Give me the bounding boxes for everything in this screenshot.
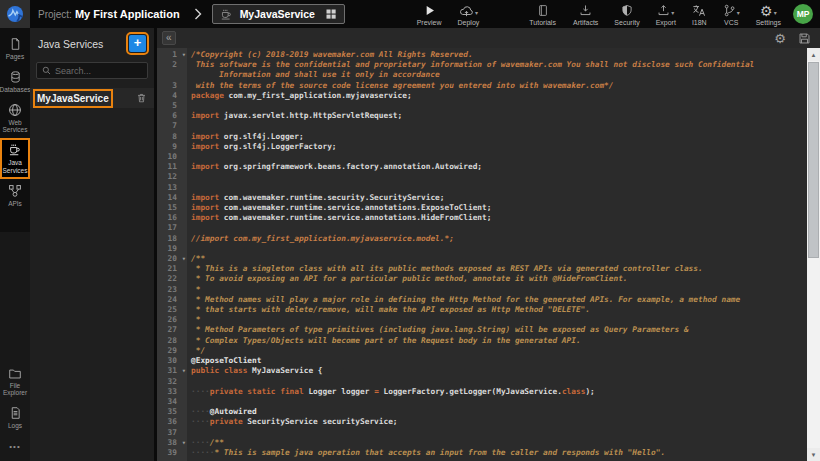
code-text: * that starts with delete/remove, will m… xyxy=(187,305,807,315)
line-number: 10 xyxy=(157,152,187,162)
shield-icon xyxy=(621,4,633,17)
code-line: 5 xyxy=(157,101,807,111)
code-line: 21 * This is a singleton class with all … xyxy=(157,264,807,274)
wavemaker-logo[interactable] xyxy=(0,0,30,28)
database-icon xyxy=(9,70,22,84)
code-line: 4package com.my_first_application.myjava… xyxy=(157,91,807,101)
fold-toggle-icon[interactable]: ▾ xyxy=(182,50,186,60)
code-line: 20▾/** xyxy=(157,254,807,264)
code-line: 34 xyxy=(157,397,807,407)
export-label: Export xyxy=(656,19,676,26)
export-caret-icon: ▾ xyxy=(671,10,674,16)
editor-scrollbar[interactable]: ▲ ▼ xyxy=(807,48,820,461)
book-icon xyxy=(537,4,549,17)
code-text xyxy=(187,121,807,131)
line-number: 8 xyxy=(157,132,187,142)
code-line: 25 * that starts with delete/remove, wil… xyxy=(157,305,807,315)
code-line: 2 This software is the confidential and … xyxy=(157,60,807,80)
add-service-button[interactable]: + xyxy=(129,35,146,52)
scrollbar-thumb[interactable] xyxy=(808,62,819,258)
line-number: 12 xyxy=(157,172,187,182)
sidebar-item-label: Java Services xyxy=(2,159,28,175)
code-line: 18//import com.my_first_application.myja… xyxy=(157,234,807,244)
sidebar-item-label: Logs xyxy=(8,422,22,430)
grid-icon[interactable] xyxy=(325,8,337,20)
download-icon xyxy=(579,4,592,17)
code-text: ····@Autowired xyxy=(187,407,807,417)
code-line: 30@ExposeToClient xyxy=(157,356,807,366)
service-list-item[interactable]: MyJavaService xyxy=(30,88,154,108)
fold-toggle-icon[interactable]: ▾ xyxy=(182,438,186,448)
java-cup-icon xyxy=(220,8,233,21)
scrollbar-track[interactable] xyxy=(807,61,820,448)
deploy-button[interactable]: ▾ Deploy xyxy=(458,3,480,26)
line-number: 37 xyxy=(157,428,187,438)
panel-title: Java Services xyxy=(38,38,129,50)
i18n-button[interactable]: I18N xyxy=(692,3,707,26)
folder-icon xyxy=(8,367,22,380)
log-file-icon xyxy=(9,406,22,420)
sidebar-item-java-services[interactable]: Java Services xyxy=(0,138,30,179)
sidebar-item-logs[interactable]: Logs xyxy=(0,401,30,434)
tutorials-button[interactable]: Tutorials xyxy=(529,3,556,26)
line-number: 3 xyxy=(157,81,187,91)
sidebar-item-label: File Explorer xyxy=(0,382,30,398)
scroll-up-icon[interactable]: ▲ xyxy=(807,48,820,61)
sidebar-item-databases[interactable]: Databases xyxy=(0,65,30,98)
code-text xyxy=(187,172,807,182)
branch-icon xyxy=(723,4,736,17)
service-search-box[interactable] xyxy=(36,62,148,79)
code-text: with the terms of the source code licens… xyxy=(187,81,807,91)
fold-toggle-icon[interactable]: ▾ xyxy=(182,254,186,264)
code-line: 39·····* This is sample java operation t… xyxy=(157,448,807,458)
code-line: 38▾····/** xyxy=(157,438,807,448)
code-line: 26 * xyxy=(157,315,807,325)
code-line: 7 xyxy=(157,121,807,131)
export-button[interactable]: ▾ Export xyxy=(656,3,676,26)
line-number: 32 xyxy=(157,377,187,387)
artifacts-button[interactable]: Artifacts xyxy=(573,3,598,26)
line-number: 7 xyxy=(157,121,187,131)
sidebar-item-label: APIs xyxy=(8,200,22,208)
sidebar-item-pages[interactable]: Pages xyxy=(0,32,30,65)
delete-service-button[interactable] xyxy=(136,92,147,104)
line-number: 11 xyxy=(157,162,187,172)
line-number: 19 xyxy=(157,244,187,254)
sidebar-item-file-explorer[interactable]: File Explorer xyxy=(0,362,30,402)
line-number: 5 xyxy=(157,101,187,111)
tab-myjavaservice[interactable]: MyJavaService xyxy=(212,4,345,24)
user-avatar[interactable]: MP xyxy=(793,4,813,24)
deploy-caret-icon: ▾ xyxy=(475,10,478,16)
vcs-button[interactable]: ▾ VCS xyxy=(723,3,740,26)
code-line: 22 * To avoid exposing an API for a part… xyxy=(157,274,807,284)
code-text: ····private SecurityService securityServ… xyxy=(187,417,807,427)
more-options-icon[interactable]: ••• xyxy=(0,434,30,461)
collapse-panel-button[interactable]: « xyxy=(162,31,176,45)
code-line: 16import com.wavemaker.runtime.service.a… xyxy=(157,213,807,223)
save-icon[interactable] xyxy=(798,32,811,45)
project-breadcrumb: Project:My First Application xyxy=(38,8,180,20)
scroll-down-icon[interactable]: ▼ xyxy=(807,448,820,461)
code-lines[interactable]: 1▾/*Copyright (c) 2018-2019 wavemaker.co… xyxy=(157,48,807,461)
top-bar: Project:My First Application MyJavaServi… xyxy=(0,0,820,28)
line-number: 33 xyxy=(157,387,187,397)
code-text: import org.springframework.beans.factory… xyxy=(187,162,807,172)
settings-button[interactable]: ⚙ ▾ Settings xyxy=(756,3,781,26)
fold-toggle-icon[interactable]: ▾ xyxy=(182,366,186,376)
code-text: */ xyxy=(187,346,807,356)
code-line: 32 xyxy=(157,377,807,387)
line-number: 38▾ xyxy=(157,438,187,448)
line-number: 27 xyxy=(157,325,187,335)
security-button[interactable]: Security xyxy=(614,3,639,26)
preview-button[interactable]: Preview xyxy=(417,3,442,26)
line-number: 25 xyxy=(157,305,187,315)
sidebar-item-web-services[interactable]: Web Services xyxy=(0,98,30,139)
project-label: Project: xyxy=(38,9,72,20)
code-line: 19 xyxy=(157,244,807,254)
sidebar-item-label: Pages xyxy=(6,53,24,61)
sidebar-item-apis[interactable]: APIs xyxy=(0,179,30,212)
code-text: import javax.servlet.http.HttpServletReq… xyxy=(187,111,807,121)
search-input[interactable] xyxy=(55,66,142,76)
editor-settings-icon[interactable]: ⚙ xyxy=(774,32,786,45)
code-line: 8import org.slf4j.Logger; xyxy=(157,132,807,142)
